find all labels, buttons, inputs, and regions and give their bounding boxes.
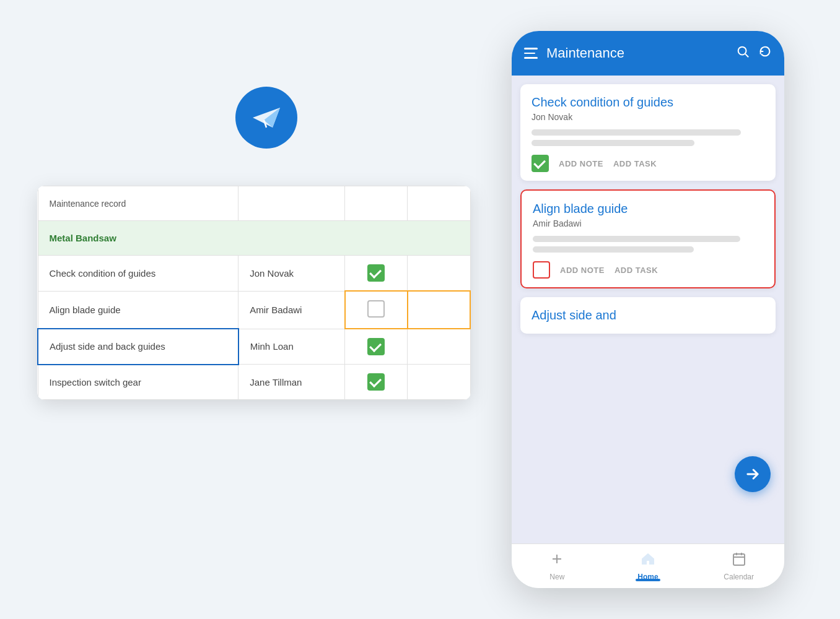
search-icon[interactable] bbox=[736, 45, 750, 62]
app-logo bbox=[235, 87, 297, 149]
checkbox-checked-icon[interactable] bbox=[367, 338, 385, 355]
card-lines bbox=[532, 129, 764, 146]
plus-icon bbox=[549, 552, 564, 570]
person-cell: Amir Badawi bbox=[238, 291, 345, 329]
nav-item-new[interactable]: New bbox=[512, 552, 603, 581]
add-task-button[interactable]: ADD TASK bbox=[613, 159, 657, 168]
check-cell[interactable] bbox=[345, 329, 408, 365]
checkbox-checked-icon[interactable] bbox=[367, 373, 385, 391]
checkbox-checked-icon[interactable] bbox=[367, 264, 385, 282]
card-lines bbox=[533, 236, 763, 253]
card-line bbox=[532, 140, 694, 146]
task-cell: Inspection switch gear bbox=[38, 365, 238, 400]
card-actions: ADD NOTE ADD TASK bbox=[533, 261, 763, 279]
spreadsheet-panel: Maintenance record Metal Bandsaw Check c… bbox=[37, 186, 471, 400]
task-cell-selected: Adjust side and back guides bbox=[38, 329, 238, 365]
task-card-3[interactable]: Adjust side and bbox=[520, 297, 776, 334]
card-actions: ADD NOTE ADD TASK bbox=[532, 155, 764, 172]
fab-button[interactable] bbox=[735, 456, 771, 492]
refresh-icon[interactable] bbox=[758, 45, 772, 62]
card-checkbox-unchecked[interactable] bbox=[533, 261, 550, 279]
nav-label-calendar: Calendar bbox=[724, 573, 754, 581]
nav-active-indicator bbox=[636, 579, 660, 581]
phone-shell: Maintenance Check condition of guides Jo… bbox=[512, 31, 784, 588]
check-cell[interactable] bbox=[345, 256, 408, 292]
add-note-button[interactable]: ADD NOTE bbox=[560, 266, 605, 275]
person-cell: Jon Novak bbox=[238, 256, 345, 292]
add-task-button[interactable]: ADD TASK bbox=[615, 266, 658, 275]
add-note-button[interactable]: ADD NOTE bbox=[559, 159, 603, 168]
header-label: Maintenance record bbox=[38, 186, 238, 221]
check-cell-highlighted[interactable] bbox=[345, 291, 408, 329]
home-icon bbox=[641, 552, 655, 570]
person-cell: Minh Loan bbox=[238, 329, 345, 365]
checkbox-empty-icon[interactable] bbox=[367, 300, 385, 318]
task-cell: Check condition of guides bbox=[38, 256, 238, 292]
check-cell[interactable] bbox=[345, 365, 408, 400]
task-cell: Align blade guide bbox=[38, 291, 238, 329]
table-row[interactable]: Adjust side and back guides Minh Loan bbox=[38, 329, 470, 365]
section-label: Metal Bandsaw bbox=[38, 221, 470, 256]
table-row[interactable]: Inspection switch gear Jane Tillman bbox=[38, 365, 470, 400]
task-card-2[interactable]: Align blade guide Amir Badawi ADD NOTE A… bbox=[520, 189, 776, 288]
card-person: Jon Novak bbox=[532, 112, 764, 122]
nav-item-home[interactable]: Home bbox=[603, 552, 694, 581]
table-row[interactable]: Check condition of guides Jon Novak bbox=[38, 256, 470, 292]
calendar-icon bbox=[732, 552, 746, 570]
card-title: Adjust side and bbox=[532, 308, 764, 322]
hamburger-icon[interactable] bbox=[524, 48, 538, 59]
person-cell: Jane Tillman bbox=[238, 365, 345, 400]
nav-item-calendar[interactable]: Calendar bbox=[693, 552, 784, 581]
task-card-1[interactable]: Check condition of guides Jon Novak ADD … bbox=[520, 84, 776, 181]
card-line bbox=[533, 236, 740, 242]
card-line bbox=[533, 246, 694, 253]
card-line bbox=[532, 129, 741, 136]
spreadsheet-section-row: Metal Bandsaw bbox=[38, 221, 470, 256]
card-checkbox-checked[interactable] bbox=[532, 155, 549, 172]
spreadsheet-header-row: Maintenance record bbox=[38, 186, 470, 221]
app-bar: Maintenance bbox=[512, 31, 784, 76]
card-title: Check condition of guides bbox=[532, 95, 764, 110]
table-row[interactable]: Align blade guide Amir Badawi bbox=[38, 291, 470, 329]
app-bar-title: Maintenance bbox=[546, 45, 727, 61]
svg-rect-8 bbox=[733, 554, 745, 565]
svg-point-3 bbox=[738, 47, 746, 55]
nav-label-new: New bbox=[549, 573, 564, 581]
bottom-nav: New Home Calendar bbox=[512, 543, 784, 588]
card-title: Align blade guide bbox=[533, 202, 763, 216]
svg-line-4 bbox=[745, 54, 748, 57]
card-person: Amir Badawi bbox=[533, 219, 763, 228]
